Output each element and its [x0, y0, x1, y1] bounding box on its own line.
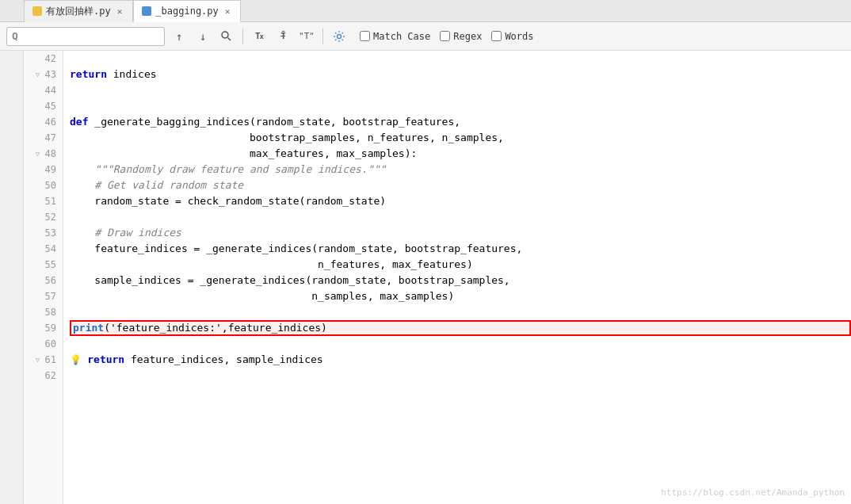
- line-num-50: 50: [24, 178, 63, 193]
- find-bar: Q ↑ ↓ Tx T̄ "T" Match Case Regex Words: [0, 22, 851, 51]
- line-num-61: ▽61: [24, 352, 63, 368]
- line-num-44: 44: [24, 82, 63, 98]
- code-line-56: sample_indices = _generate_indices(rando…: [70, 273, 851, 288]
- code-line-46: def _generate_bagging_indices(random_sta…: [70, 114, 851, 130]
- match-case-option[interactable]: Match Case: [360, 31, 430, 42]
- line-num-56: 56: [24, 273, 63, 288]
- svg-point-2: [338, 34, 342, 38]
- tab-icon-blue: [142, 6, 151, 16]
- tab-2[interactable]: _bagging.py ✕: [133, 0, 241, 22]
- line-num-54: 54: [24, 241, 63, 257]
- code-line-58: [70, 304, 851, 320]
- search-input[interactable]: [21, 31, 148, 42]
- code-line-47: bootstrap_samples, n_features, n_samples…: [70, 130, 851, 146]
- line-num-60: 60: [24, 336, 63, 352]
- regex-label: Regex: [453, 31, 482, 42]
- match-case-checkbox[interactable]: [360, 31, 370, 41]
- code-line-50: # Get valid random state: [70, 178, 851, 193]
- editor-container: 42▽4344454647▽48495051525354555657585960…: [0, 51, 851, 504]
- line-num-49: 49: [24, 162, 63, 178]
- line-num-43: ▽43: [24, 67, 63, 82]
- code-line-59: print('feature_indices:',feature_indices…: [70, 320, 851, 336]
- code-line-52: [70, 209, 851, 225]
- line-numbers: 42▽4344454647▽48495051525354555657585960…: [24, 51, 63, 504]
- line-num-45: 45: [24, 98, 63, 114]
- line-num-57: 57: [24, 288, 63, 304]
- search-box[interactable]: Q: [6, 27, 165, 46]
- line-num-42: 42: [24, 51, 63, 67]
- next-match-button[interactable]: ↓: [193, 27, 212, 46]
- tab-1-close[interactable]: ✕: [115, 6, 125, 17]
- code-line-61: 💡 return feature_indices, sample_indices: [70, 352, 851, 368]
- code-line-42: [70, 51, 851, 67]
- svg-line-1: [228, 37, 231, 40]
- line-num-58: 58: [24, 304, 63, 320]
- line-num-47: 47: [24, 130, 63, 146]
- toolbar-btn-quotes[interactable]: "T": [297, 27, 316, 46]
- code-line-57: n_samples, max_samples): [70, 288, 851, 304]
- line-num-59: 59: [24, 320, 63, 336]
- toolbar-sep-2: [322, 29, 323, 44]
- tab-bar: 有放回抽样.py ✕ _bagging.py ✕: [0, 0, 851, 22]
- watermark: https://blog.csdn.net/Amanda_python: [661, 487, 845, 498]
- left-gutter: [0, 51, 24, 504]
- fold-icon-43[interactable]: ▽: [34, 71, 42, 78]
- code-line-45: [70, 98, 851, 114]
- regex-option[interactable]: Regex: [440, 31, 482, 42]
- tab-2-close[interactable]: ✕: [223, 6, 233, 17]
- words-checkbox[interactable]: [491, 31, 502, 41]
- code-line-49: """Randomly draw feature and sample indi…: [70, 162, 851, 178]
- words-label: Words: [505, 31, 533, 42]
- code-line-48: max_features, max_samples):: [70, 146, 851, 162]
- prev-match-button[interactable]: ↑: [170, 27, 189, 46]
- tab-1[interactable]: 有放回抽样.py ✕: [24, 0, 133, 22]
- code-line-44: [70, 82, 851, 98]
- code-line-55: n_features, max_features): [70, 257, 851, 273]
- match-case-label: Match Case: [373, 31, 430, 42]
- search-q-icon: Q: [12, 30, 18, 42]
- toolbar-btn-tx[interactable]: Tx: [250, 27, 269, 46]
- code-area[interactable]: return indicesdef _generate_bagging_indi…: [63, 51, 851, 504]
- fold-icon-61[interactable]: ▽: [34, 356, 42, 364]
- code-line-53: # Draw indices: [70, 225, 851, 241]
- settings-button[interactable]: [330, 27, 349, 46]
- regex-checkbox[interactable]: [440, 31, 450, 41]
- fold-icon-48[interactable]: ▽: [34, 150, 42, 158]
- line-num-62: 62: [24, 368, 63, 384]
- code-line-62: [70, 368, 851, 384]
- toolbar-sep-1: [242, 29, 243, 44]
- find-options: Match Case Regex Words: [360, 31, 534, 42]
- find-usages-button[interactable]: [217, 27, 236, 46]
- tab-2-label: _bagging.py: [155, 6, 218, 17]
- code-line-60: [70, 336, 851, 352]
- line-num-55: 55: [24, 257, 63, 273]
- svg-point-0: [222, 32, 228, 38]
- tab-icon-yellow: [32, 6, 42, 16]
- line-num-48: ▽48: [24, 146, 63, 162]
- line-num-53: 53: [24, 225, 63, 241]
- code-line-54: feature_indices = _generate_indices(rand…: [70, 241, 851, 257]
- words-option[interactable]: Words: [491, 31, 533, 42]
- code-line-51: random_state = check_random_state(random…: [70, 193, 851, 209]
- tab-1-label: 有放回抽样.py: [46, 5, 111, 18]
- line-num-46: 46: [24, 114, 63, 130]
- code-line-43: return indices: [70, 67, 851, 82]
- line-num-52: 52: [24, 209, 63, 225]
- toolbar-btn-tx2[interactable]: T̄: [273, 27, 292, 46]
- line-num-51: 51: [24, 193, 63, 209]
